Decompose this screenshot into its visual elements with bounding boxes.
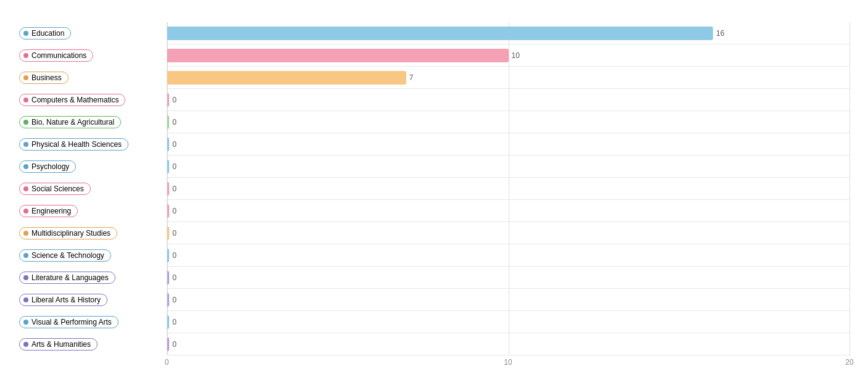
bar-label-area: Literature & Languages <box>19 267 164 288</box>
bar-row: Physical & Health Sciences0 <box>167 133 849 156</box>
label-dot <box>23 53 28 58</box>
bar-fill <box>167 249 169 262</box>
label-pill: Business <box>19 72 69 84</box>
bar-fill <box>167 93 169 107</box>
bar-wrapper: 0 <box>167 200 849 222</box>
bar-row: Business7 <box>167 67 849 89</box>
bar-label-text: Business <box>31 73 62 82</box>
bar-fill <box>167 115 169 129</box>
bar-row: Science & Technology0 <box>167 244 849 267</box>
bar-label-text: Literature & Languages <box>31 273 109 282</box>
bar-value-label: 0 <box>172 185 177 193</box>
label-dot <box>23 120 28 125</box>
bar-wrapper: 7 <box>167 67 849 88</box>
label-pill: Psychology <box>19 160 76 173</box>
bar-label-area: Engineering <box>19 200 164 222</box>
label-pill: Physical & Health Sciences <box>19 138 128 151</box>
bar-value-label: 0 <box>172 118 177 127</box>
label-dot <box>23 297 28 302</box>
bar-label-area: Business <box>19 67 164 88</box>
bar-label-area: Physical & Health Sciences <box>19 133 164 155</box>
x-axis: 01020 <box>167 358 849 370</box>
bar-wrapper: 0 <box>167 333 849 355</box>
bar-row: Communications10 <box>167 44 849 67</box>
label-dot <box>23 98 28 102</box>
bar-fill <box>167 315 169 329</box>
bar-fill <box>167 138 169 151</box>
bar-wrapper: 16 <box>167 22 849 44</box>
bar-row: Education16 <box>167 22 849 44</box>
label-dot <box>23 186 28 191</box>
bar-value-label: 0 <box>172 296 177 304</box>
label-pill: Arts & Humanities <box>19 338 98 351</box>
label-pill: Literature & Languages <box>19 272 115 284</box>
bar-row: Social Sciences0 <box>167 178 849 200</box>
label-dot <box>23 231 28 236</box>
bar-fill <box>167 27 713 40</box>
label-pill: Social Sciences <box>19 183 91 195</box>
bar-value-label: 0 <box>172 207 177 215</box>
bar-fill <box>167 49 509 62</box>
bar-fill <box>167 71 406 85</box>
bar-row: Bio, Nature & Agricultural0 <box>167 111 849 133</box>
label-dot <box>23 342 28 347</box>
label-dot <box>23 320 28 325</box>
bar-row: Literature & Languages0 <box>167 267 849 289</box>
bar-label-text: Liberal Arts & History <box>31 296 101 304</box>
bar-wrapper: 0 <box>167 311 849 333</box>
x-tick-label: 10 <box>504 358 512 367</box>
bar-label-area: Social Sciences <box>19 178 164 199</box>
bar-value-label: 0 <box>172 140 177 149</box>
label-pill: Communications <box>19 49 93 62</box>
bar-value-label: 0 <box>172 96 177 104</box>
bar-wrapper: 0 <box>167 289 849 310</box>
bar-value-label: 7 <box>409 73 414 82</box>
bar-value-label: 0 <box>172 318 177 326</box>
bar-label-area: Computers & Mathematics <box>19 89 164 110</box>
chart-area: Education16Communications10Business7Comp… <box>167 22 849 355</box>
bar-fill <box>167 204 169 218</box>
bar-fill <box>167 160 169 173</box>
bar-label-text: Psychology <box>31 162 69 171</box>
bar-wrapper: 0 <box>167 178 849 199</box>
bar-wrapper: 0 <box>167 156 849 177</box>
label-pill: Engineering <box>19 205 78 217</box>
x-tick-label: 0 <box>165 358 169 367</box>
bar-wrapper: 0 <box>167 111 849 133</box>
bar-label-text: Social Sciences <box>31 185 84 193</box>
bar-label-area: Visual & Performing Arts <box>19 311 164 333</box>
bar-wrapper: 0 <box>167 89 849 110</box>
bar-label-text: Physical & Health Sciences <box>31 140 122 149</box>
bar-fill <box>167 226 169 240</box>
bar-value-label: 10 <box>512 51 520 60</box>
label-dot <box>23 31 28 36</box>
bar-label-area: Science & Technology <box>19 244 164 266</box>
bar-label-area: Communications <box>19 44 164 66</box>
bar-label-text: Arts & Humanities <box>31 340 91 349</box>
label-pill: Visual & Performing Arts <box>19 316 119 328</box>
bar-value-label: 0 <box>172 340 177 349</box>
bar-label-text: Computers & Mathematics <box>31 96 119 104</box>
bar-label-text: Education <box>31 29 64 38</box>
bar-label-area: Liberal Arts & History <box>19 289 164 310</box>
bar-label-text: Visual & Performing Arts <box>31 318 112 326</box>
label-pill: Bio, Nature & Agricultural <box>19 116 121 128</box>
label-dot <box>23 164 28 169</box>
label-dot <box>23 253 28 258</box>
bar-label-area: Multidisciplinary Studies <box>19 222 164 244</box>
label-pill: Multidisciplinary Studies <box>19 227 117 239</box>
label-dot <box>23 75 28 80</box>
x-tick-label: 20 <box>845 358 853 367</box>
label-dot <box>23 209 28 214</box>
bar-row: Multidisciplinary Studies0 <box>167 222 849 244</box>
bar-label-area: Arts & Humanities <box>19 333 164 355</box>
bar-label-text: Engineering <box>31 207 71 215</box>
bar-row: Visual & Performing Arts0 <box>167 311 849 333</box>
grid-line <box>849 22 850 355</box>
label-pill: Computers & Mathematics <box>19 94 125 106</box>
bar-label-text: Communications <box>31 51 86 60</box>
chart-container: Education16Communications10Business7Comp… <box>19 22 849 370</box>
bar-value-label: 0 <box>172 229 177 238</box>
bar-value-label: 0 <box>172 162 177 171</box>
bar-label-area: Psychology <box>19 156 164 177</box>
